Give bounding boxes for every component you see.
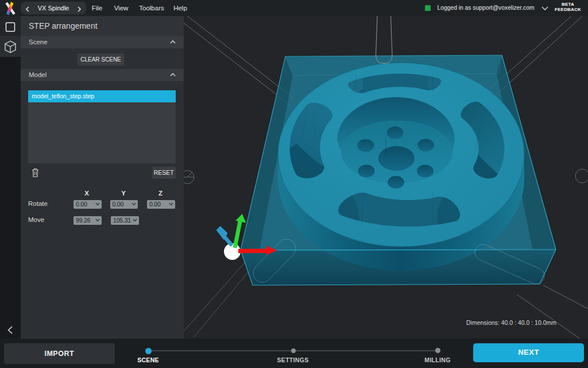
svg-text:Dimensions: 40.0 : 40.0 : 10.0: Dimensions: 40.0 : 40.0 : 10.0mm <box>466 319 556 326</box>
